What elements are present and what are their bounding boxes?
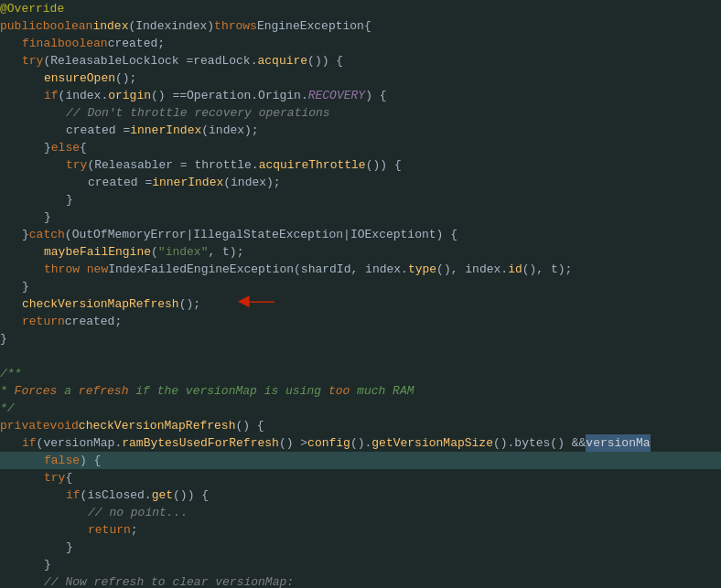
code-line-19: return created; [0,313,721,330]
code-line-32: } [0,539,721,556]
code-line-23: * Forces a refresh if the versionMap is … [0,382,721,400]
code-line-4: try (ReleasableLock lock = readLock.acqu… [0,52,721,69]
code-line-20: } [0,330,721,347]
annotation: @Override [0,0,64,17]
code-line-11: created = innerIndex(index); [0,174,721,191]
code-line-3: final boolean created; [0,35,721,52]
code-line-8: created = innerIndex(index); [0,122,721,139]
code-line-24: */ [0,400,721,417]
code-line-13: } [0,208,721,226]
code-line-2: public boolean index(Index index) throws… [0,17,721,35]
code-line-28: try { [0,469,721,486]
code-line-1: @Override [0,0,721,17]
code-editor: @Overridepublic boolean index(Index inde… [0,0,721,588]
code-line-6: if (index.origin() == Operation.Origin.R… [0,87,721,104]
red-arrow-1: ◄—— [238,294,274,311]
code-line-18: checkVersionMapRefresh();◄—— [0,295,721,313]
code-line-29: if (isClosed.get()) { [0,486,721,504]
code-line-12: } [0,191,721,208]
code-line-7: // Don't throttle recovery operations [0,104,721,122]
code-line-31: return; [0,521,721,539]
code-line-21 [0,347,721,365]
code-line-5: ensureOpen(); [0,69,721,87]
code-line-26: if (versionMap.ramBytesUsedForRefresh() … [0,434,721,452]
code-line-16: throw new IndexFailedEngineException(sha… [0,261,721,278]
code-line-14: } catch (OutOfMemoryError | IllegalState… [0,226,721,243]
code-line-25: private void checkVersionMapRefresh() { [0,417,721,434]
code-line-10: try (Releasable r = throttle.acquireThro… [0,156,721,174]
code-line-30: // no point... [0,504,721,521]
code-line-15: maybeFailEngine("index", t); [0,243,721,261]
code-line-27: false) { [0,452,721,469]
code-line-17: } [0,278,721,295]
code-line-22: /** [0,365,721,382]
code-line-34: // Now refresh to clear versionMap: [0,573,721,588]
code-line-33: } [0,556,721,573]
code-line-9: } else { [0,139,721,156]
